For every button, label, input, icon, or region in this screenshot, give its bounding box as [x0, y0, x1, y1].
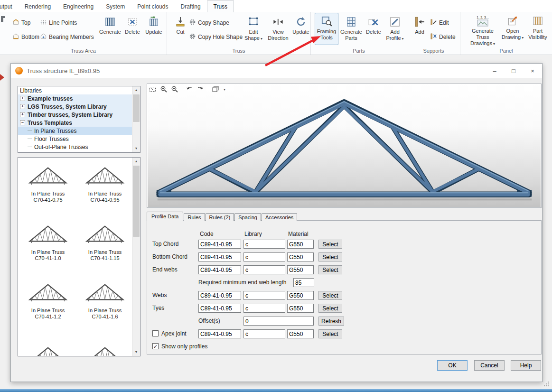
end-webs-library-input[interactable]: [243, 265, 285, 274]
apex-joint-checkbox[interactable]: [152, 330, 159, 336]
refresh-button[interactable]: Refresh: [318, 317, 344, 326]
generate-parts-button[interactable]: GenerateParts: [339, 14, 363, 41]
update-truss-area-button[interactable]: Update: [143, 14, 164, 35]
webs-code-input[interactable]: [198, 291, 241, 300]
thumbnail-c70-41-1-6[interactable]: In Plane Truss C70-41-1.6: [77, 277, 132, 335]
expand-icon[interactable]: +: [20, 96, 25, 101]
tab-profile-data[interactable]: Profile Data: [147, 212, 183, 221]
delete-parts-button[interactable]: Delete: [364, 14, 383, 35]
apex-joint-material-input[interactable]: [287, 329, 314, 338]
tyes-library-input[interactable]: [243, 304, 285, 313]
ribbon-tab-truss[interactable]: Truss: [207, 0, 234, 12]
ribbon-tab-point-clouds[interactable]: Point clouds: [131, 1, 174, 12]
bearing-members-button[interactable]: Bearing Members: [40, 32, 94, 42]
apex-joint-code-input[interactable]: [198, 329, 241, 338]
tyes-material-input[interactable]: [287, 304, 314, 313]
view-direction-button[interactable]: ViewDirection: [266, 14, 290, 41]
part-visibility-button[interactable]: PartVisibility: [525, 13, 551, 40]
tree-item-timber-trusses[interactable]: + Timber trusses, System Library: [18, 111, 132, 119]
scroll-down-icon[interactable]: ▼: [132, 145, 140, 152]
min-end-web-length-input[interactable]: [293, 278, 314, 287]
tree-scrollbar[interactable]: ▲ ▼: [132, 86, 140, 152]
offset-input[interactable]: [243, 317, 314, 326]
ribbon-tab-drafting[interactable]: Drafting: [175, 1, 207, 12]
generate-truss-area-button[interactable]: Generate: [99, 14, 122, 35]
webs-library-input[interactable]: [243, 291, 285, 300]
maximize-button[interactable]: □: [504, 64, 523, 78]
tab-rules-2[interactable]: Rules (2): [206, 213, 234, 221]
collapse-icon[interactable]: −: [20, 120, 25, 125]
bottom-chord-material-input[interactable]: [287, 252, 314, 261]
cancel-button[interactable]: Cancel: [474, 360, 505, 371]
bottom-chord-select-button[interactable]: Select: [318, 252, 342, 261]
bottom-button[interactable]: Bottom: [12, 32, 39, 42]
ribbon-tab-output[interactable]: utput: [0, 1, 19, 12]
scrollbar-thumb[interactable]: [133, 166, 140, 237]
tab-rules[interactable]: Rules: [184, 213, 205, 221]
scroll-up-icon[interactable]: ▲: [132, 158, 140, 165]
top-button[interactable]: Top: [12, 18, 30, 28]
rotate-left-icon[interactable]: [186, 85, 193, 93]
top-chord-select-button[interactable]: Select: [318, 240, 342, 249]
zoom-out-icon[interactable]: [171, 85, 178, 93]
tyes-code-input[interactable]: [198, 304, 241, 313]
delete-truss-area-button[interactable]: Delete: [122, 14, 142, 35]
end-webs-select-button[interactable]: Select: [318, 265, 342, 274]
end-webs-material-input[interactable]: [287, 265, 314, 274]
thumbnail-c70-41-1-2[interactable]: In Plane Truss C70-41-1.2: [20, 277, 76, 335]
zoom-window-icon[interactable]: [149, 85, 157, 93]
ok-button[interactable]: OK: [437, 360, 468, 371]
tree-item-floor-trusses[interactable]: Floor Trusses: [18, 135, 132, 143]
thumbnail-c70-41-0-75[interactable]: In Plane Truss C70-41-0.75: [20, 160, 76, 218]
add-support-button[interactable]: Add: [411, 14, 428, 35]
ribbon-tab-engineering[interactable]: Engineering: [57, 1, 100, 12]
thumbnail-partial[interactable]: [20, 340, 76, 356]
webs-select-button[interactable]: Select: [318, 291, 342, 300]
bottom-chord-library-input[interactable]: [243, 252, 285, 261]
truss-3d-viewport[interactable]: ▾: [147, 84, 542, 208]
scrollbar-thumb[interactable]: [133, 94, 140, 122]
tab-spacing[interactable]: Spacing: [234, 213, 261, 221]
webs-material-input[interactable]: [287, 291, 314, 300]
minimize-button[interactable]: –: [485, 64, 504, 78]
thumbnail-c70-41-1-15[interactable]: In Plane Truss C70-41-1.15: [77, 219, 132, 277]
thumbnails-scrollbar[interactable]: ▲ ▼: [132, 158, 140, 356]
top-chord-code-input[interactable]: [198, 240, 241, 249]
tree-item-out-of-plane-trusses[interactable]: Out-of-Plane Trusses: [18, 143, 132, 151]
tree-item-example-trusses[interactable]: + Example trusses: [18, 94, 132, 103]
close-button[interactable]: ×: [523, 64, 542, 78]
top-chord-material-input[interactable]: [287, 240, 314, 249]
help-button[interactable]: Help: [511, 360, 541, 371]
edit-shape-button[interactable]: EditShape▾: [243, 14, 264, 41]
ribbon-tab-system[interactable]: System: [100, 1, 131, 12]
thumbnail-partial[interactable]: [77, 340, 132, 356]
render-canvas[interactable]: [148, 84, 541, 207]
open-drawing-button[interactable]: OpenDrawing▾: [501, 13, 524, 40]
generate-truss-drawings-button[interactable]: 1, 2, 3... Generate TrussDrawings▾: [465, 13, 500, 47]
bottom-chord-code-input[interactable]: [198, 252, 241, 261]
thumbnail-c70-41-1-0[interactable]: In Plane Truss C70-41-1.0: [20, 219, 76, 277]
zoom-in-icon[interactable]: [160, 85, 168, 93]
expand-icon[interactable]: +: [20, 104, 25, 109]
edit-support-button[interactable]: Edit: [430, 18, 449, 28]
resize-grip[interactable]: [544, 380, 549, 388]
scroll-down-icon[interactable]: ▼: [132, 348, 140, 356]
tyes-select-button[interactable]: Select: [318, 304, 342, 313]
view-dropdown-icon[interactable]: ▾: [224, 87, 225, 92]
thumbnail-c70-41-0-95[interactable]: In Plane Truss C70-41-0.95: [77, 160, 132, 218]
tree-item-truss-templates[interactable]: − Truss Templates: [18, 119, 132, 127]
expand-icon[interactable]: +: [20, 112, 25, 117]
tree-item-lgs-trusses[interactable]: + LGS Trusses, System Library: [18, 103, 132, 111]
delete-support-button[interactable]: Delete: [430, 32, 456, 42]
rotate-right-icon[interactable]: [196, 85, 204, 93]
cut-button[interactable]: Cut: [172, 14, 189, 35]
add-profile-button[interactable]: AddProfile▾: [384, 14, 406, 41]
copy-shape-button[interactable]: Copy Shape: [189, 18, 229, 28]
view-cube-icon[interactable]: [211, 85, 219, 93]
end-webs-code-input[interactable]: [198, 265, 241, 274]
tree-item-in-plane-trusses[interactable]: In Plane Trusses: [18, 127, 132, 135]
apex-joint-library-input[interactable]: [243, 329, 285, 338]
scroll-up-icon[interactable]: ▲: [132, 86, 140, 94]
apex-joint-select-button[interactable]: Select: [318, 329, 342, 338]
copy-hole-shape-button[interactable]: Copy Hole Shape: [189, 32, 243, 42]
